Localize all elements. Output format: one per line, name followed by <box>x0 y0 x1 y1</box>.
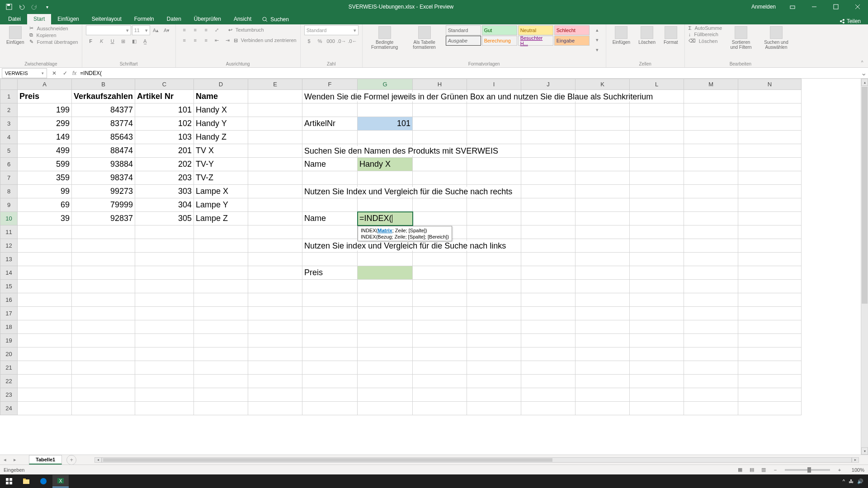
cell-C20[interactable] <box>135 347 194 361</box>
cancel-formula-icon[interactable]: ✕ <box>49 68 60 78</box>
col-header[interactable]: H <box>413 79 467 90</box>
cell-N24[interactable] <box>738 402 802 415</box>
cell-M10[interactable] <box>684 212 738 225</box>
cell-G15[interactable] <box>358 280 413 293</box>
cell-N4[interactable] <box>738 131 802 144</box>
col-header[interactable]: D <box>194 79 248 90</box>
file-explorer-icon[interactable] <box>18 475 34 488</box>
cell-B7[interactable]: 98374 <box>72 171 135 185</box>
cell-J5[interactable] <box>521 144 576 158</box>
cell-F21[interactable] <box>302 361 358 375</box>
function-tooltip[interactable]: INDEX(Matrix; Zeile; [Spalte])INDEX(Bezu… <box>358 226 452 241</box>
wrap-text-button[interactable]: ↩ Textumbruch <box>228 27 264 33</box>
page-break-view-icon[interactable]: ▥ <box>759 466 769 474</box>
cell-D11[interactable] <box>194 225 248 239</box>
cell-K11[interactable] <box>576 225 630 239</box>
style-gut[interactable]: Gut <box>482 25 517 35</box>
edge-browser-icon[interactable] <box>35 475 52 488</box>
cell-C22[interactable] <box>135 375 194 388</box>
cell-L6[interactable] <box>630 158 684 171</box>
decrease-indent-icon[interactable]: ⇤ <box>212 36 222 45</box>
row-header[interactable]: 13 <box>0 253 18 266</box>
cell-B1[interactable]: Verkaufszahlen <box>72 90 135 103</box>
cell-I2[interactable] <box>467 103 521 117</box>
cell-G13[interactable] <box>358 253 413 266</box>
cell-E8[interactable] <box>248 185 302 198</box>
cell-A9[interactable]: 69 <box>18 198 72 212</box>
cell-D5[interactable]: TV X <box>194 144 248 158</box>
col-header[interactable]: E <box>248 79 302 90</box>
cell-I20[interactable] <box>467 347 521 361</box>
cell-M5[interactable] <box>684 144 738 158</box>
row-header[interactable]: 19 <box>0 334 18 347</box>
row-header[interactable]: 24 <box>0 402 18 415</box>
hscroll-track[interactable] <box>102 457 852 463</box>
cell-E5[interactable] <box>248 144 302 158</box>
cell-E23[interactable] <box>248 388 302 402</box>
cell-E4[interactable] <box>248 131 302 144</box>
cell-C5[interactable]: 201 <box>135 144 194 158</box>
cell-C8[interactable]: 303 <box>135 185 194 198</box>
cell-G3[interactable]: 101 <box>358 117 413 131</box>
cell-A10[interactable]: 39 <box>18 212 72 225</box>
tray-volume-icon[interactable]: 🔊 <box>857 479 863 484</box>
row-header[interactable]: 22 <box>0 375 18 388</box>
cell-L24[interactable] <box>630 402 684 415</box>
cell-F23[interactable] <box>302 388 358 402</box>
cell-K2[interactable] <box>576 103 630 117</box>
normal-view-icon[interactable]: ▦ <box>735 466 745 474</box>
row-header[interactable]: 17 <box>0 307 18 320</box>
cell-M16[interactable] <box>684 293 738 307</box>
cell-H3[interactable] <box>413 117 467 131</box>
cell-D8[interactable]: Lampe X <box>194 185 248 198</box>
cell-A19[interactable] <box>18 334 72 347</box>
cell-B15[interactable] <box>72 280 135 293</box>
cell-B23[interactable] <box>72 388 135 402</box>
cell-N8[interactable] <box>738 185 802 198</box>
cell-B4[interactable]: 85643 <box>72 131 135 144</box>
cell-H17[interactable] <box>413 307 467 320</box>
cell-M9[interactable] <box>684 198 738 212</box>
cell-K23[interactable] <box>576 388 630 402</box>
cut-button[interactable]: ✂ Ausschneiden <box>29 25 78 31</box>
cell-B17[interactable] <box>72 307 135 320</box>
cell-F5[interactable]: Suchen Sie den Namen des Produkts mit SV… <box>302 144 358 158</box>
cell-I16[interactable] <box>467 293 521 307</box>
row-header[interactable]: 3 <box>0 117 18 131</box>
tab-home[interactable]: Start <box>27 14 51 24</box>
cell-C10[interactable]: 305 <box>135 212 194 225</box>
cell-K6[interactable] <box>576 158 630 171</box>
cell-F14[interactable]: Preis <box>302 266 358 280</box>
expand-formula-bar-icon[interactable]: ⌄ <box>859 69 868 77</box>
number-format-combo[interactable]: Standard▾ <box>304 25 359 35</box>
cell-F16[interactable] <box>302 293 358 307</box>
conditional-formatting-button[interactable]: Bedingte Formatierung <box>366 25 403 51</box>
cell-E12[interactable] <box>248 239 302 253</box>
cell-F19[interactable] <box>302 334 358 347</box>
cell-A16[interactable] <box>18 293 72 307</box>
cell-J9[interactable] <box>521 198 576 212</box>
percent-icon[interactable]: % <box>315 37 325 46</box>
cell-B20[interactable] <box>72 347 135 361</box>
paste-button[interactable]: Einfügen <box>4 25 27 46</box>
cell-C24[interactable] <box>135 402 194 415</box>
excel-taskbar-icon[interactable]: X <box>52 475 69 488</box>
cell-B16[interactable] <box>72 293 135 307</box>
cell-A23[interactable] <box>18 388 72 402</box>
cell-F2[interactable] <box>302 103 358 117</box>
increase-indent-icon[interactable]: ⇥ <box>223 36 233 45</box>
cell-D12[interactable] <box>194 239 248 253</box>
cell-C6[interactable]: 202 <box>135 158 194 171</box>
styles-scroll-down-icon[interactable]: ▾ <box>592 35 602 44</box>
cell-J11[interactable] <box>521 225 576 239</box>
cell-I17[interactable] <box>467 307 521 320</box>
row-header[interactable]: 21 <box>0 361 18 375</box>
col-header[interactable]: B <box>72 79 135 90</box>
cell-B6[interactable]: 93884 <box>72 158 135 171</box>
cell-L11[interactable] <box>630 225 684 239</box>
cell-B19[interactable] <box>72 334 135 347</box>
cell-J3[interactable] <box>521 117 576 131</box>
cell-L23[interactable] <box>630 388 684 402</box>
redo-icon[interactable] <box>29 1 40 12</box>
cell-E10[interactable] <box>248 212 302 225</box>
